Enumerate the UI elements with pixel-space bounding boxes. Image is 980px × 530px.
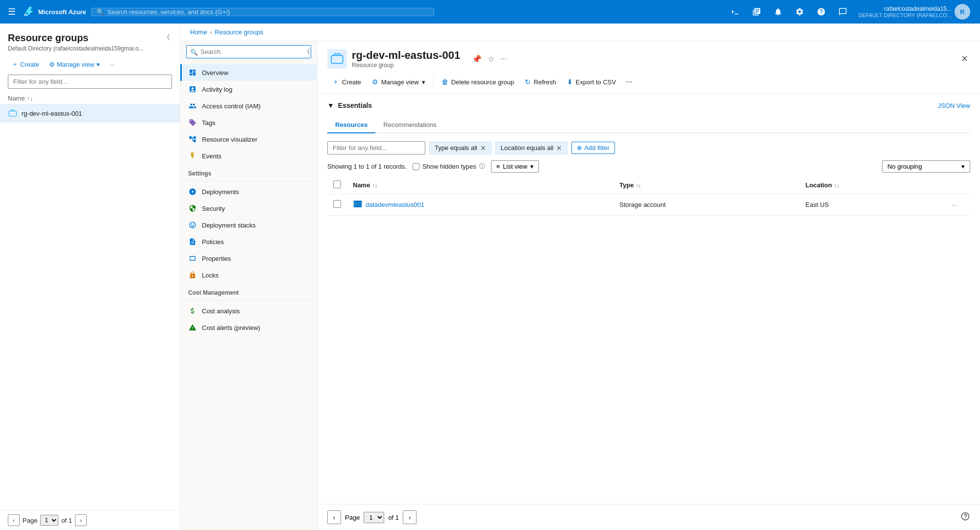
hamburger-menu[interactable]: ☰ [6,4,18,19]
type-filter-remove[interactable]: ✕ [480,144,486,152]
row-more-btn[interactable]: ··· [952,201,957,208]
manage-icon: ⚙ [372,78,378,86]
breadcrumb: Home › Resource groups [180,24,980,41]
rg-toolbar: ＋ Create ⚙ Manage view ▾ 🗑 Delete resour… [327,75,970,93]
json-view-link[interactable]: JSON View [938,102,970,109]
toolbar-export-btn[interactable]: ⬇ Export to CSV [562,75,621,89]
toolbar-delete-btn[interactable]: 🗑 Delete resource group [437,75,519,89]
nav-item-properties[interactable]: Properties [180,250,317,267]
breadcrumb-sep-1: › [210,29,212,35]
sidebar-filter-input[interactable] [8,75,172,89]
tab-recommendations[interactable]: Recommendations [375,117,444,133]
more-actions-button[interactable]: ··· [106,59,119,70]
resource-name-link[interactable]: datadevmleastus001 [353,199,608,210]
add-filter-btn[interactable]: ⊕ Add filter [571,142,614,154]
nav-item-iam[interactable]: Access control (IAM) [180,98,317,114]
notifications-icon[interactable] [768,2,788,22]
table-header-row: Name ↑↓ Type ↑↓ [327,177,970,194]
resources-filter-input[interactable] [327,141,425,154]
rg-main: rg-dev-ml-eastus-001 Resource group 📌 ☆ … [318,41,980,530]
nav-item-cost-analysis[interactable]: Cost analysis [180,303,317,319]
sidebar-item-rg[interactable]: rg-dev-ml-eastus-001 ··· [0,104,180,123]
user-avatar: R [955,4,970,20]
top-nav-icons: rafaelcostadealmeida15... DEFAULT DIRECT… [725,2,974,22]
resources-meta: Showing 1 to 1 of 1 records. Show hidden… [327,160,970,173]
create-button[interactable]: ＋ Create [8,58,43,71]
ellipsis-icon[interactable]: ··· [498,52,509,65]
help-icon[interactable] [811,2,831,22]
col-header-location: Location ↑↓ [800,177,946,194]
breadcrumb-resource-groups[interactable]: Resource groups [215,28,263,36]
rg-content: ▼ Essentials JSON View Resources Recomme… [318,94,980,504]
nav-item-activity-log[interactable]: Activity log [180,81,317,98]
name-column-header[interactable]: Name ↑↓ [8,95,33,102]
nav-item-tags[interactable]: Tags [180,114,317,131]
sidebar-actions: ＋ Create ⚙ Manage view ▾ ··· [0,52,180,75]
nav-item-policies[interactable]: Policies [180,233,317,250]
star-icon[interactable]: ☆ [486,52,496,66]
svg-rect-4 [354,205,362,205]
cloud-shell-icon[interactable] [725,2,745,22]
sort-arrows-icon: ↑↓ [27,95,33,102]
nav-item-deployment-stacks[interactable]: Deployment stacks [180,217,317,233]
pin-icon[interactable]: 📌 [470,52,484,66]
show-hidden-checkbox[interactable] [413,163,419,170]
tab-resources[interactable]: Resources [327,117,375,133]
manage-view-icon: ⚙ [49,61,55,68]
nav-item-events[interactable]: Events [180,148,317,164]
nav-item-overview[interactable]: Overview [180,64,317,81]
user-menu[interactable]: rafaelcostadealmeida15... DEFAULT DIRECT… [855,2,974,22]
feedback-icon[interactable] [833,2,853,22]
sidebar-collapse-btn[interactable]: 《 [161,31,172,44]
rg-nav-search-container: 🔍 《 [180,41,317,62]
chevron-down-icon: ▾ [422,78,425,86]
resource-name: datadevmleastus001 [366,201,424,208]
manage-view-button[interactable]: ⚙ Manage view ▾ [45,59,104,70]
nav-collapse-btn[interactable]: 《 [303,48,310,56]
prev-page-btn[interactable]: ‹ [327,510,341,524]
close-button[interactable]: ✕ [959,51,970,66]
prev-page-btn[interactable]: ‹ [8,514,20,526]
nav-item-security[interactable]: Security [180,200,317,217]
grouping-select[interactable]: No grouping ▾ [882,160,970,173]
security-icon [188,204,197,213]
nav-item-visualizer[interactable]: Resource visualizer [180,131,317,148]
rg-resource-icon [327,49,347,69]
rg-nav: 🔍 《 Overview [180,41,318,530]
name-sort-btn[interactable]: Name ↑↓ [353,181,608,189]
search-input[interactable] [107,8,429,16]
feedback-pagination-icon[interactable] [960,511,970,524]
toolbar-create-btn[interactable]: ＋ Create [327,75,366,89]
location-sort-btn[interactable]: Location ↑↓ [806,181,940,189]
location-filter-remove[interactable]: ✕ [556,144,562,152]
breadcrumb-home[interactable]: Home [190,28,207,36]
global-search[interactable]: 🔍 [91,8,434,16]
svg-rect-1 [331,55,343,63]
toolbar-refresh-btn[interactable]: ↻ Refresh [520,75,561,89]
grouping-chevron-icon: ▾ [961,163,965,170]
list-view-select[interactable]: ≡ List view ▾ [491,160,539,173]
nav-item-cost-alerts[interactable]: Cost alerts (preview) [180,319,317,336]
page-num-select[interactable]: 1 [364,512,384,523]
next-page-btn[interactable]: › [75,514,87,526]
directory-icon[interactable] [747,2,766,22]
essentials-header: ▼ Essentials JSON View [327,101,970,109]
page-of: of 1 [61,517,72,524]
row-checkbox[interactable] [333,200,341,208]
nav-item-locks[interactable]: Locks [180,267,317,283]
info-icon[interactable]: ⓘ [479,162,485,171]
toolbar-manage-view-btn[interactable]: ⚙ Manage view ▾ [367,75,430,89]
nav-item-iam-label: Access control (IAM) [202,102,261,110]
essentials-chevron-icon[interactable]: ▼ [327,101,334,109]
select-all-checkbox[interactable] [333,180,341,188]
type-sort-btn[interactable]: Type ↑↓ [619,181,794,189]
location-sort-icon: ↑↓ [834,182,839,188]
rg-nav-search-input[interactable] [186,45,311,58]
page-select[interactable]: 1 [40,515,58,526]
nav-item-tags-label: Tags [202,119,215,126]
settings-icon[interactable] [790,2,809,22]
nav-item-deployments[interactable]: Deployments [180,183,317,200]
sidebar-items: rg-dev-ml-eastus-001 ··· [0,104,180,510]
toolbar-more-btn[interactable]: ··· [622,75,636,89]
next-page-btn[interactable]: › [403,510,416,524]
